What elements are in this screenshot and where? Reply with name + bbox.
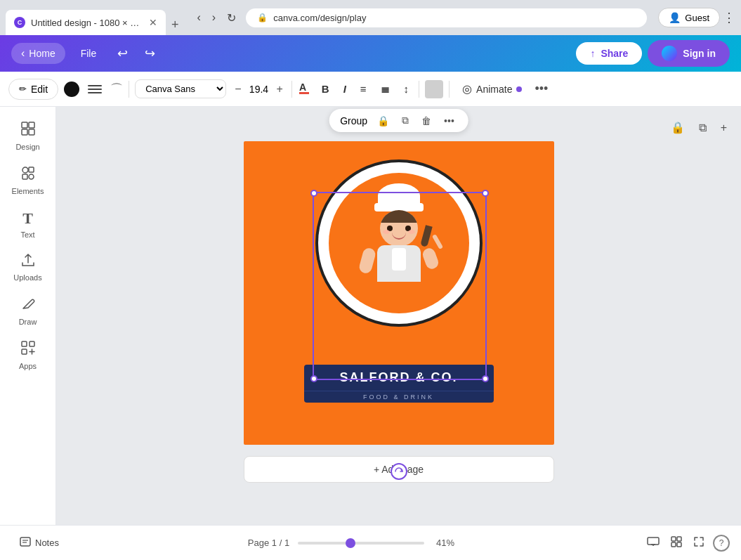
sidebar-item-text[interactable]: T Text [0, 204, 55, 245]
back-arrow-icon: ‹ [21, 47, 25, 60]
svg-rect-21 [671, 537, 676, 541]
svg-rect-23 [671, 542, 676, 547]
divider-1 [129, 81, 129, 98]
italic-button[interactable]: I [339, 80, 350, 98]
divider-4 [449, 81, 450, 98]
chef-character [357, 183, 441, 296]
logo-inner-circle [329, 173, 469, 313]
more-options-button[interactable]: ••• [535, 82, 548, 96]
text-color-button[interactable]: A [298, 81, 312, 98]
sidebar-item-uploads[interactable]: Uploads [0, 247, 55, 287]
fullscreen-button[interactable] [690, 533, 707, 553]
group-toolbar: Group 🔒 ⧉ 🗑 ••• [329, 109, 468, 132]
svg-rect-18 [648, 538, 659, 545]
canvas-add-button[interactable]: + [721, 121, 727, 134]
undo-button[interactable]: ↩ [112, 43, 133, 64]
transparency-button[interactable] [425, 80, 443, 98]
redo-button[interactable]: ↪ [139, 43, 161, 64]
address-bar[interactable]: 🔒 canva.com/design/play [246, 8, 647, 27]
banner-sub-label: FOOD & DRINK [304, 391, 494, 403]
signin-button[interactable]: Sign in [648, 40, 730, 67]
sidebar-item-design[interactable]: Design [0, 115, 55, 157]
svg-rect-8 [22, 174, 27, 179]
list-button[interactable]: ≣ [376, 80, 394, 98]
elements-label: Elements [12, 187, 44, 195]
animate-dot-icon [516, 86, 522, 92]
home-button[interactable]: ‹ Home [11, 43, 65, 64]
text-icon: T [22, 209, 33, 228]
group-more-button[interactable]: ••• [441, 114, 457, 128]
canvas-top-icons: 🔒 ⧉ + [671, 121, 727, 134]
browser-chrome: C Untitled design - 1080 × 108 ✕ + ‹ › ↻… [0, 0, 741, 35]
bold-button[interactable]: B [317, 80, 334, 98]
svg-rect-2 [22, 122, 27, 128]
chef-ponytail [420, 225, 432, 247]
stroke-lines-icon[interactable] [85, 82, 105, 96]
uploads-label: Uploads [13, 273, 41, 282]
animate-button[interactable]: ◎ Animate [455, 79, 529, 98]
banner-company-name: SALFORD & CO. [304, 365, 494, 391]
divider-2 [291, 81, 292, 98]
svg-rect-4 [22, 129, 27, 135]
help-button[interactable]: ? [713, 535, 730, 552]
chef-arm-right [421, 247, 440, 271]
group-copy-button[interactable]: ⧉ [399, 113, 412, 128]
sidebar-item-elements[interactable]: Elements [0, 159, 55, 201]
corner-radius-icon[interactable]: ⌒ [110, 81, 123, 98]
svg-rect-11 [29, 341, 34, 346]
guest-button[interactable]: 👤 Guest [658, 8, 720, 27]
font-family-select[interactable]: Canva Sans [135, 79, 226, 98]
edit-button[interactable]: ✏ Edit [8, 79, 58, 100]
svg-rect-3 [29, 122, 34, 128]
zoom-slider[interactable] [298, 542, 424, 545]
canvas-lock-button[interactable]: 🔒 [671, 121, 685, 134]
fill-color-circle[interactable] [64, 82, 79, 97]
browser-tab-active[interactable]: C Untitled design - 1080 × 108 ✕ [6, 10, 166, 35]
design-icon [20, 121, 36, 140]
font-size-decrease-button[interactable]: − [232, 82, 244, 97]
app-header: ‹ Home File ↩ ↪ ↑ Share Sign in [0, 35, 741, 72]
chef-finger [431, 234, 442, 249]
draw-icon [20, 296, 36, 315]
sidebar-item-draw[interactable]: Draw [0, 290, 55, 332]
notes-icon [20, 537, 31, 549]
page-controls: Page 1 / 1 41% [67, 538, 638, 548]
align-button[interactable]: ≡ [356, 80, 371, 98]
file-button[interactable]: File [71, 44, 107, 63]
chef-arm-left [358, 247, 376, 274]
nav-back-button[interactable]: ‹ [193, 8, 205, 27]
share-button[interactable]: ↑ Share [576, 42, 642, 65]
tab-close-btn[interactable]: ✕ [149, 17, 157, 28]
design-canvas[interactable]: SALFORD & CO. FOOD & DRINK [244, 141, 554, 445]
elements-icon [20, 165, 36, 184]
font-size-increase-button[interactable]: + [273, 82, 285, 97]
group-lock-button[interactable]: 🔒 [374, 114, 392, 128]
font-size-value: 19.4 [248, 84, 269, 95]
toolbar: ✏ Edit ⌒ Canva Sans − 19.4 + A B I ≡ ≣ ↕… [0, 72, 741, 107]
grid-view-button[interactable] [668, 533, 685, 553]
sidebar-item-apps[interactable]: Apps [0, 334, 55, 376]
tab-favicon: C [14, 17, 25, 28]
svg-rect-12 [22, 349, 27, 354]
font-size-control: − 19.4 + [232, 82, 286, 97]
canvas-duplicate-button[interactable]: ⧉ [699, 121, 707, 134]
group-delete-button[interactable]: 🗑 [419, 114, 434, 128]
nav-reload-button[interactable]: ↻ [223, 8, 240, 27]
desktop-view-button[interactable] [644, 533, 662, 553]
rotate-handle[interactable] [391, 463, 407, 480]
main-layout: Design Elements T Text [0, 107, 741, 525]
browser-menu-button[interactable]: ⋮ [723, 10, 735, 25]
svg-rect-5 [29, 129, 34, 135]
svg-point-9 [29, 174, 34, 179]
browser-nav: ‹ › ↻ [193, 8, 241, 27]
notes-button[interactable]: Notes [11, 533, 67, 553]
bottom-bar: Notes Page 1 / 1 41% [0, 525, 741, 560]
svg-rect-10 [22, 341, 27, 346]
canva-icon [662, 46, 677, 61]
tab-title: Untitled design - 1080 × 108 [31, 18, 143, 28]
new-tab-button[interactable]: + [166, 15, 185, 35]
svg-rect-22 [677, 537, 681, 541]
edit-icon: ✏ [19, 84, 27, 94]
line-height-button[interactable]: ↕ [400, 80, 414, 98]
nav-forward-button[interactable]: › [208, 8, 220, 27]
